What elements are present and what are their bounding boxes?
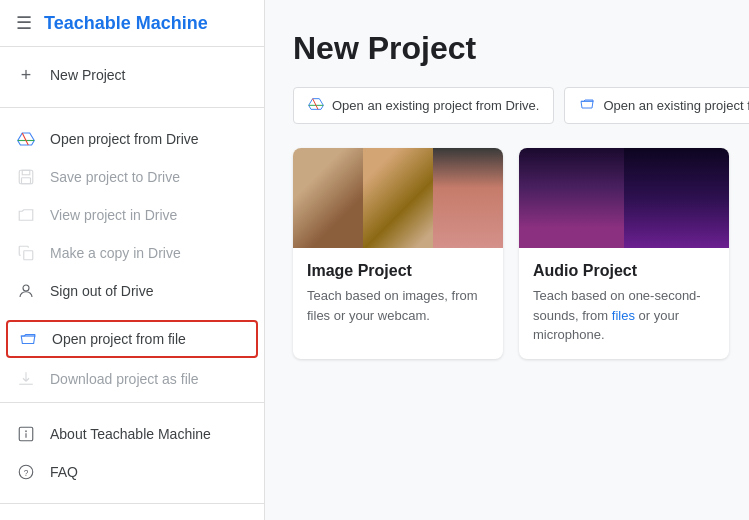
sidebar-item-open-file[interactable]: Open project from file xyxy=(6,320,258,358)
divider-1 xyxy=(0,107,264,108)
image-project-title: Image Project xyxy=(307,262,489,280)
thumbnail-purple1 xyxy=(519,148,624,248)
thumbnail-person xyxy=(433,148,503,248)
svg-point-4 xyxy=(23,285,29,291)
svg-rect-1 xyxy=(22,170,30,175)
open-from-file-button[interactable]: Open an existing project from a file. xyxy=(564,87,749,124)
audio-project-thumbnails xyxy=(519,148,729,248)
hamburger-icon[interactable]: ☰ xyxy=(16,12,32,34)
drive-section: Open project from Drive Save project to … xyxy=(0,112,264,318)
open-file-btn-label: Open an existing project from a file. xyxy=(603,98,749,113)
svg-text:?: ? xyxy=(24,469,29,478)
divider-2 xyxy=(0,402,264,403)
drive-btn-icon xyxy=(308,96,324,115)
project-action-buttons: Open an existing project from Drive. Ope… xyxy=(293,87,721,124)
new-project-item[interactable]: + New Project xyxy=(0,55,264,95)
steps-section: 1 1. Gather samples xyxy=(0,508,264,520)
svg-rect-3 xyxy=(24,251,33,260)
copy-drive-label: Make a copy in Drive xyxy=(50,245,181,261)
open-drive-label: Open project from Drive xyxy=(50,131,199,147)
divider-3 xyxy=(0,503,264,504)
audio-project-desc: Teach based on one-second-sounds, from f… xyxy=(533,286,715,345)
about-section: About Teachable Machine ? FAQ xyxy=(0,407,264,499)
sidebar-item-save-drive: Save project to Drive xyxy=(0,158,264,196)
image-project-thumbnails xyxy=(293,148,503,248)
image-project-card[interactable]: Image Project Teach based on images, fro… xyxy=(293,148,503,359)
signout-drive-label: Sign out of Drive xyxy=(50,283,154,299)
about-label: About Teachable Machine xyxy=(50,426,211,442)
thumbnail-purple2 xyxy=(624,148,729,248)
plus-icon: + xyxy=(16,65,36,85)
faq-icon: ? xyxy=(16,462,36,482)
save-drive-label: Save project to Drive xyxy=(50,169,180,185)
audio-project-card[interactable]: Audio Project Teach based on one-second-… xyxy=(519,148,729,359)
svg-rect-2 xyxy=(22,178,31,184)
new-project-section: + New Project xyxy=(0,47,264,103)
sidebar: ☰ Teachable Machine + New Project Open p… xyxy=(0,0,265,520)
sidebar-header: ☰ Teachable Machine xyxy=(0,0,264,47)
audio-project-title: Audio Project xyxy=(533,262,715,280)
sidebar-item-step1[interactable]: 1 1. Gather samples xyxy=(0,516,264,520)
folder-open-icon xyxy=(18,329,38,349)
audio-project-body: Audio Project Teach based on one-second-… xyxy=(519,248,729,359)
project-cards: Image Project Teach based on images, fro… xyxy=(293,148,721,359)
download-label: Download project as file xyxy=(50,371,199,387)
sidebar-item-download: Download project as file xyxy=(0,360,264,398)
sidebar-item-signout-drive[interactable]: Sign out of Drive xyxy=(0,272,264,310)
main-content: New Project Open an existing project fro… xyxy=(265,0,749,520)
sidebar-item-view-drive: View project in Drive xyxy=(0,196,264,234)
page-title: New Project xyxy=(293,30,721,67)
thumbnail-dog1 xyxy=(293,148,363,248)
folder-btn-icon xyxy=(579,96,595,115)
download-icon xyxy=(16,369,36,389)
sidebar-item-copy-drive: Make a copy in Drive xyxy=(0,234,264,272)
info-icon xyxy=(16,424,36,444)
sidebar-item-about[interactable]: About Teachable Machine xyxy=(0,415,264,453)
person-icon xyxy=(16,281,36,301)
brand-title: Teachable Machine xyxy=(44,13,208,34)
open-drive-btn-label: Open an existing project from Drive. xyxy=(332,98,539,113)
sidebar-item-faq[interactable]: ? FAQ xyxy=(0,453,264,491)
thumbnail-dog2 xyxy=(363,148,433,248)
open-from-drive-button[interactable]: Open an existing project from Drive. xyxy=(293,87,554,124)
save-icon xyxy=(16,167,36,187)
sidebar-item-open-drive[interactable]: Open project from Drive xyxy=(0,120,264,158)
drive-icon xyxy=(16,129,36,149)
open-file-label: Open project from file xyxy=(52,331,186,347)
copy-icon xyxy=(16,243,36,263)
view-drive-label: View project in Drive xyxy=(50,207,177,223)
faq-label: FAQ xyxy=(50,464,78,480)
new-project-label: New Project xyxy=(50,67,125,83)
image-project-desc: Teach based on images, from files or you… xyxy=(307,286,489,325)
image-project-body: Image Project Teach based on images, fro… xyxy=(293,248,503,339)
folder-icon xyxy=(16,205,36,225)
